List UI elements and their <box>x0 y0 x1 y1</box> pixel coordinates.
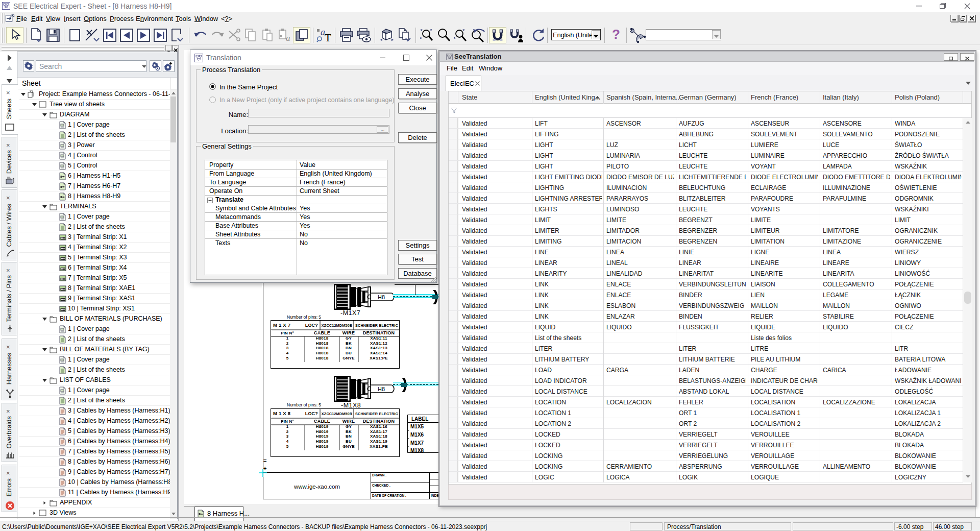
svg-text:M1X7: M1X7 <box>410 440 424 446</box>
svg-text:2: 2 <box>286 341 289 346</box>
svg-text:2: 2 <box>286 429 289 434</box>
svg-text:H8019: H8019 <box>316 434 329 439</box>
svg-text:XAS1:12: XAS1:12 <box>370 341 387 346</box>
svg-text:5: 5 <box>286 444 289 449</box>
svg-text:M1X8: M1X8 <box>410 448 424 453</box>
svg-text:H8018: H8018 <box>316 346 329 350</box>
svg-text:3: 3 <box>286 434 289 439</box>
svg-text:XAS1:17: XAS1:17 <box>370 429 387 434</box>
svg-text:H8019: H8019 <box>316 424 329 429</box>
svg-text:H8: H8 <box>378 386 385 392</box>
svg-text:BN: BN <box>346 346 352 350</box>
svg-text:a: a <box>286 33 290 43</box>
svg-text:XAS1:PE: XAS1:PE <box>370 356 388 360</box>
svg-text:XAS1:PE: XAS1:PE <box>370 444 388 449</box>
svg-text:M1X6: M1X6 <box>410 432 424 438</box>
svg-text:XAS1:13: XAS1:13 <box>370 346 387 350</box>
svg-text:3: 3 <box>286 346 289 350</box>
svg-text:1: 1 <box>286 424 289 429</box>
svg-text:LOC?: LOC? <box>305 323 318 328</box>
svg-text:DESTINATION: DESTINATION <box>363 419 395 424</box>
svg-text:M 1 X 8: M 1 X 8 <box>273 411 290 416</box>
svg-text:4: 4 <box>286 351 289 355</box>
svg-text:M1X5: M1X5 <box>410 424 424 429</box>
svg-text:LABEL: LABEL <box>411 416 428 422</box>
svg-text:WIRE: WIRE <box>342 419 355 424</box>
svg-text:BU: BU <box>346 351 352 355</box>
svg-text:H8: H8 <box>378 294 385 300</box>
svg-text:PIN N°: PIN N° <box>281 331 294 335</box>
svg-text:XAS1:11: XAS1:11 <box>370 336 387 341</box>
svg-text:H8019: H8019 <box>316 444 329 449</box>
svg-text:SCHNEIDER ELECTRIC: SCHNEIDER ELECTRIC <box>355 412 398 416</box>
svg-text:XZCC12MDM50B: XZCC12MDM50B <box>322 323 352 328</box>
svg-text:BK: BK <box>346 429 352 434</box>
svg-text:BN: BN <box>346 434 352 439</box>
svg-text:H8019: H8019 <box>316 439 329 444</box>
svg-text:LOC?: LOC? <box>305 411 318 416</box>
svg-text:H8018: H8018 <box>316 356 329 360</box>
svg-text:GY: GY <box>346 336 352 341</box>
svg-text:XAS1:14: XAS1:14 <box>370 351 387 355</box>
svg-text:XAS1:18: XAS1:18 <box>370 434 387 439</box>
svg-text:H8018: H8018 <box>316 336 329 341</box>
svg-text:GNYE: GNYE <box>342 356 355 360</box>
svg-text:1: 1 <box>286 336 289 341</box>
svg-text:CABLE: CABLE <box>314 330 330 335</box>
svg-text:BK: BK <box>346 341 352 346</box>
svg-text:WIRE: WIRE <box>342 330 355 335</box>
svg-text:T: T <box>325 32 331 43</box>
svg-text:5: 5 <box>286 356 289 360</box>
svg-text:XZCC12MDM50B: XZCC12MDM50B <box>322 412 352 416</box>
svg-text:4: 4 <box>286 439 289 444</box>
svg-text:XAS1:19: XAS1:19 <box>370 439 387 444</box>
svg-text:H8018: H8018 <box>316 351 329 355</box>
svg-text:GNYE: GNYE <box>342 444 355 449</box>
svg-text:CABLE: CABLE <box>314 419 330 424</box>
svg-text:H8019: H8019 <box>316 429 329 434</box>
svg-text:XAS1:16: XAS1:16 <box>370 424 387 429</box>
svg-text:SCHNEIDER ELECTRIC: SCHNEIDER ELECTRIC <box>355 323 398 328</box>
svg-text:BU: BU <box>346 439 352 444</box>
svg-text:GY: GY <box>346 424 352 429</box>
svg-text:H8018: H8018 <box>316 341 329 346</box>
svg-text:PIN N°: PIN N° <box>281 419 294 424</box>
svg-text:DESTINATION: DESTINATION <box>363 330 395 335</box>
svg-text:M 1 X 7: M 1 X 7 <box>273 322 290 328</box>
